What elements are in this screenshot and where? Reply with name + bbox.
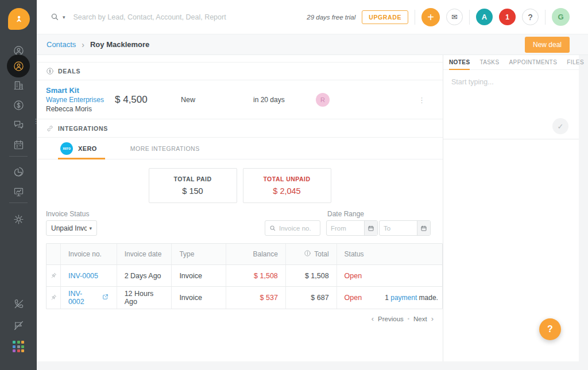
table-row[interactable]: INV-0005 2 Days Ago Invoice $ 1,508 $ 1,… [47, 265, 442, 287]
total-paid-label: TOTAL PAID [173, 176, 211, 182]
quick-add-button[interactable]: + [421, 8, 440, 26]
col-balance: Balance [226, 244, 286, 264]
date-to-input[interactable] [380, 225, 417, 232]
envelope-icon: ✉ [451, 13, 458, 21]
sidebar-item-settings[interactable] [9, 210, 28, 228]
deals-dollar-circle-icon [46, 67, 54, 75]
payment-note [412, 265, 435, 286]
panel-resize-handle[interactable]: ⋮ [33, 119, 37, 131]
search-scope-caret-icon[interactable]: ▾ [63, 14, 65, 20]
help-fab-button[interactable]: ? [539, 318, 561, 340]
chevron-left-icon[interactable]: ‹ [372, 314, 374, 323]
deal-owner-avatar[interactable]: R [316, 93, 330, 107]
deal-name-link[interactable]: Smart Kit [46, 85, 115, 96]
pagination: ‹ Previous • Next › [372, 314, 434, 323]
invoice-status-label: Invoice Status [46, 210, 89, 218]
sidebar-item-conversations[interactable] [9, 115, 28, 134]
tab-more-integrations[interactable]: MORE INTEGRATIONS [130, 145, 200, 152]
integrations-link-icon [46, 124, 54, 133]
invoice-search-box [265, 220, 320, 236]
breadcrumb-current: Roy Macklemore [90, 40, 149, 49]
payment-link[interactable]: payment [390, 294, 417, 302]
chevron-right-icon[interactable]: › [431, 314, 434, 323]
deal-due-date: in 20 days [253, 96, 316, 104]
next-page-button[interactable]: Next [413, 316, 427, 322]
sidebar-item-reports[interactable] [9, 162, 28, 181]
sidebar-item-calendar[interactable] [9, 135, 28, 154]
deals-section-header[interactable]: DEALS [37, 62, 443, 80]
gear-icon [13, 213, 25, 225]
tab-notes[interactable]: NOTES [449, 55, 470, 69]
external-link-icon[interactable] [102, 293, 109, 302]
conversations-chat-icon [13, 119, 25, 131]
sidebar-item-deals[interactable] [9, 96, 28, 114]
sidebar-divider [9, 156, 28, 157]
freshworks-switcher-button[interactable]: A [476, 9, 493, 25]
col-type: Type [172, 244, 226, 264]
upgrade-button[interactable]: UPGRADE [362, 10, 408, 24]
deal-amount: $ 4,500 [115, 94, 181, 106]
apps-grid-icon[interactable] [13, 341, 24, 352]
invoice-table-header: Invoice no. Invoice date Type Balance To… [47, 244, 442, 265]
total-paid-card: TOTAL PAID $ 150 [149, 168, 237, 203]
calendar-icon [368, 225, 374, 232]
feedback-flag-icon [13, 320, 25, 332]
search-input[interactable] [74, 13, 246, 21]
date-range-label: Date Range [327, 210, 364, 218]
help-button[interactable]: ? [522, 9, 539, 25]
deal-account-link[interactable]: Wayne Enterprises [46, 95, 115, 104]
topbar-divider [469, 10, 470, 25]
note-input[interactable] [443, 70, 579, 116]
dashboard-monitor-icon [13, 186, 25, 198]
search-icon [269, 225, 276, 232]
payment-note: 1 payment made. [362, 287, 438, 309]
sidebar-item-dashboard[interactable] [9, 182, 28, 201]
deal-owner: Rebecca Moris [46, 104, 115, 114]
invoice-balance-cell: $ 537 [226, 287, 286, 309]
deal-kebab-menu-icon[interactable]: ⋮ [418, 96, 425, 103]
notifications-badge[interactable]: 1 [499, 9, 516, 25]
date-from-calendar-button[interactable] [364, 221, 377, 235]
sidebar-item-accounts[interactable] [9, 76, 28, 94]
check-icon: ✓ [558, 122, 564, 131]
col-total-label: Total [314, 250, 328, 258]
invoice-totals: TOTAL PAID $ 150 TOTAL UNPAID $ 2,045 [37, 168, 443, 203]
pin-column-header [47, 244, 61, 264]
tab-xero[interactable]: xero XERO [58, 138, 105, 159]
integrations-section-title: INTEGRATIONS [58, 125, 108, 132]
search-icon[interactable] [51, 13, 59, 21]
tab-tasks[interactable]: TASKS [479, 55, 499, 69]
invoice-number-link[interactable]: INV-0002 [68, 290, 109, 306]
date-to-calendar-button[interactable] [417, 221, 430, 235]
note-save-button[interactable]: ✓ [552, 118, 568, 134]
breadcrumb-contacts-link[interactable]: Contacts [47, 40, 76, 49]
integrations-section-header[interactable]: INTEGRATIONS [37, 119, 443, 138]
pin-icon[interactable] [49, 294, 57, 302]
previous-page-button[interactable]: Previous [378, 316, 404, 322]
col-status-label: Status [345, 250, 364, 258]
invoice-search-input[interactable] [279, 225, 316, 232]
tab-files[interactable]: FILES [567, 55, 584, 69]
new-deal-button[interactable]: New deal [525, 37, 570, 53]
col-status: Status [337, 244, 442, 264]
date-from-input[interactable] [327, 225, 364, 232]
deal-row[interactable]: Smart Kit Wayne Enterprises Rebecca Mori… [37, 80, 443, 119]
freshsales-logo[interactable] [8, 8, 30, 30]
global-search: ▾ [51, 13, 246, 21]
col-invoice-no: Invoice no. [61, 244, 117, 264]
table-row[interactable]: INV-0002 12 Hours Ago Invoice $ 537 $ 68… [47, 287, 442, 309]
pin-icon[interactable] [49, 272, 57, 280]
logo-person-icon [14, 14, 24, 24]
user-avatar[interactable]: G [552, 8, 570, 26]
sidebar-item-feedback[interactable] [9, 316, 28, 334]
invoice-number-link[interactable]: INV-0005 [68, 272, 98, 280]
sidebar-divider [9, 202, 28, 203]
invoice-status-dropdown[interactable]: Unpaid Invoi... ▾ [46, 220, 97, 236]
email-button[interactable]: ✉ [446, 9, 463, 25]
contacts-person-icon [13, 60, 25, 72]
tab-appointments[interactable]: APPOINTMENTS [509, 55, 558, 69]
sidebar-item-phone[interactable] [9, 294, 28, 313]
sidebar-item-contacts[interactable] [7, 54, 30, 77]
invoice-type-cell: Invoice [172, 265, 226, 286]
info-icon[interactable] [304, 250, 311, 259]
